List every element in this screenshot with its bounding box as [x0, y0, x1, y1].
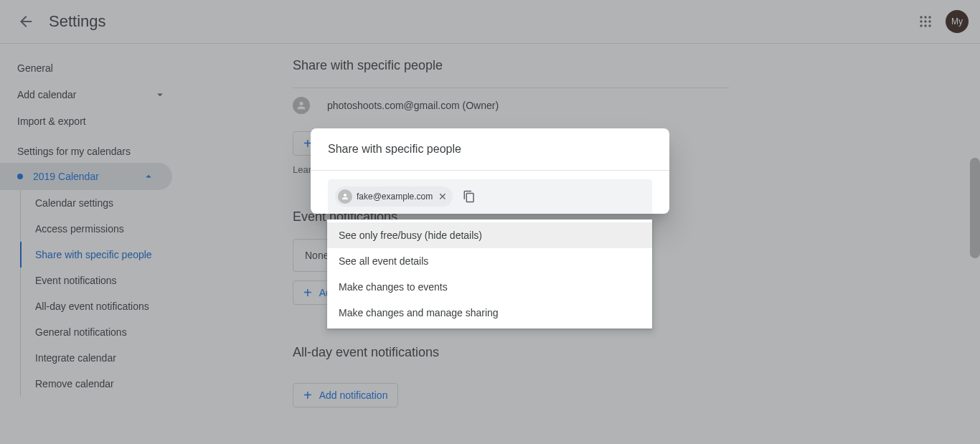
person-icon: [341, 192, 349, 201]
email-chip: fake@example.com ✕: [335, 186, 453, 207]
dialog-title: Share with specific people: [311, 128, 669, 171]
copy-button[interactable]: [463, 190, 476, 203]
permission-option-manage-sharing[interactable]: Make changes and manage sharing: [327, 300, 652, 326]
share-dialog: Share with specific people fake@example.…: [311, 128, 669, 214]
permission-option-all-details[interactable]: See all event details: [327, 248, 652, 274]
permission-option-make-changes[interactable]: Make changes to events: [327, 274, 652, 300]
permission-option-freebusy[interactable]: See only free/busy (hide details): [327, 222, 652, 248]
copy-icon: [463, 190, 476, 203]
permission-dropdown: See only free/busy (hide details) See al…: [327, 219, 652, 329]
chip-email-text: fake@example.com: [357, 192, 433, 202]
chip-avatar-icon: [338, 189, 352, 204]
chip-remove-button[interactable]: ✕: [437, 191, 448, 202]
email-chip-input[interactable]: fake@example.com ✕: [328, 179, 652, 214]
